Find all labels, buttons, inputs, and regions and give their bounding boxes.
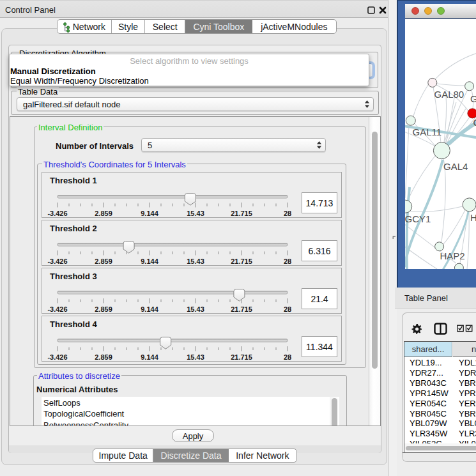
svg-text:GA: GA [470,93,476,104]
svg-text:HAP2: HAP2 [440,250,465,261]
svg-text:H: H [470,212,476,223]
svg-text:GCY1: GCY1 [405,213,431,224]
svg-text:GAL80: GAL80 [434,89,464,100]
svg-text:C: C [473,117,476,128]
svg-text:GAL4: GAL4 [443,161,468,172]
svg-text:GAL11: GAL11 [413,127,442,137]
